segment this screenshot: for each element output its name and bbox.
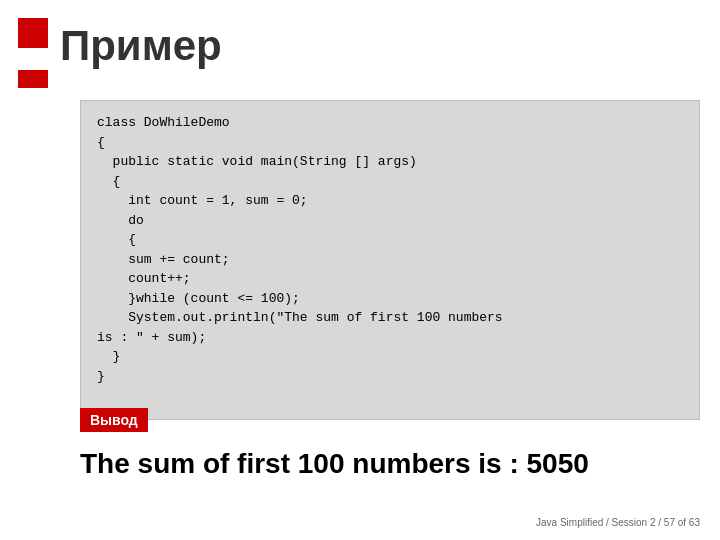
code-line-6: do [97, 213, 144, 228]
code-line-4: { [97, 174, 120, 189]
slide-title: Пример [60, 22, 222, 70]
code-line-8: sum += count; [97, 252, 230, 267]
footer-text: Java Simplified / Session 2 / 57 of 63 [536, 517, 700, 528]
code-line-13: } [97, 369, 105, 384]
deco-bottom-block [18, 70, 48, 88]
code-line-11: System.out.println("The sum of first 100… [97, 310, 503, 325]
code-line-11b: is : " + sum); [97, 330, 206, 345]
code-line-12: } [97, 349, 120, 364]
code-line-5: int count = 1, sum = 0; [97, 193, 308, 208]
code-line-9: count++; [97, 271, 191, 286]
deco-top-block [18, 18, 48, 48]
decorative-blocks [18, 18, 48, 88]
vyvod-button[interactable]: Вывод [80, 408, 148, 432]
code-block: class DoWhileDemo { public static void m… [80, 100, 700, 420]
code-line-10: }while (count <= 100); [97, 291, 300, 306]
output-text: The sum of first 100 numbers is : 5050 [80, 448, 589, 480]
code-line-1: class DoWhileDemo [97, 115, 230, 130]
code-line-2: { [97, 135, 105, 150]
code-line-7: { [97, 232, 136, 247]
code-line-3: public static void main(String [] args) [97, 154, 417, 169]
